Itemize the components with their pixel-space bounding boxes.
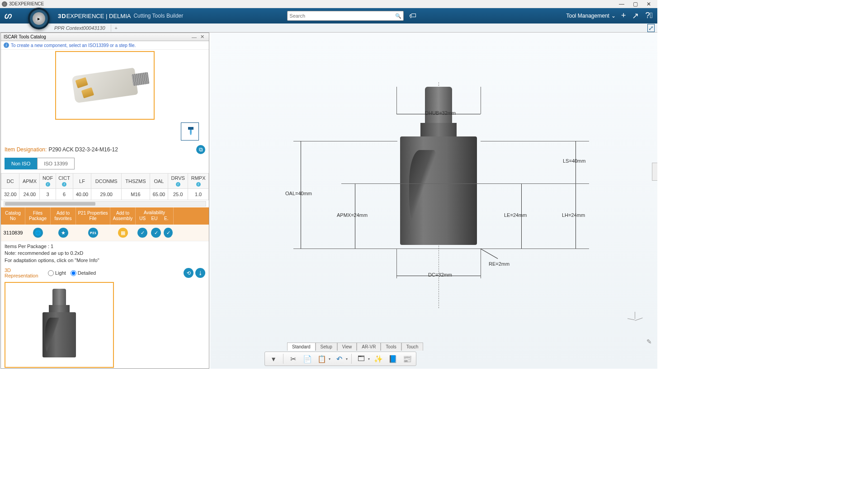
search-input[interactable] — [289, 13, 395, 19]
dim-dhub: DHUB=32mm — [425, 110, 456, 116]
panel-minimize[interactable]: — — [190, 34, 198, 40]
search-box[interactable]: 🔍 — [287, 11, 404, 21]
tool-catalog-icon[interactable]: 📘 — [387, 353, 399, 365]
info-icon: i — [4, 42, 9, 48]
panel-close[interactable]: ✕ — [198, 34, 206, 40]
toggle-iso13399[interactable]: ISO 13399 — [37, 158, 75, 169]
product-photo[interactable] — [55, 51, 155, 120]
share-icon[interactable]: ↗ — [632, 11, 639, 21]
download-icon[interactable]: ⧉ — [196, 145, 205, 154]
spec-header: DRVSi — [168, 174, 188, 189]
spec-value: 24.00 — [19, 189, 40, 200]
info-text: To create a new component, select an ISO… — [11, 43, 136, 48]
actions-header: Catalog No Files Package Add to favorite… — [1, 207, 209, 225]
note-text: Note: recommended ae up to 0.2xD — [5, 250, 205, 257]
spec-value: 40.00 — [73, 189, 91, 200]
panel-titlebar: ISCAR Tools Catalog — ✕ — [1, 33, 209, 41]
spec-value: 29.00 — [91, 189, 122, 200]
spec-header: LF — [73, 174, 91, 189]
p21-button[interactable]: P21 — [88, 228, 98, 238]
spec-header: DCONMS — [91, 174, 122, 189]
files-button[interactable]: 🌐 — [33, 228, 43, 238]
dim-oal: OAL=40mm — [285, 191, 312, 196]
avail-eu: ✓ — [151, 228, 161, 238]
spec-value: M16 — [122, 189, 150, 200]
compass-button[interactable]: ▸ — [28, 8, 50, 29]
catalog-no: 3110839 — [1, 227, 25, 239]
tool-properties-icon[interactable]: 🗔 — [355, 353, 367, 365]
coolant-button[interactable] — [181, 122, 199, 141]
maximize-button[interactable]: ▢ — [628, 1, 642, 7]
dim-re: RE=2mm — [489, 261, 509, 267]
cut-icon[interactable]: ✂ — [287, 353, 299, 365]
add-assembly-button[interactable]: ▦ — [118, 228, 128, 238]
representation-preview[interactable] — [5, 282, 114, 368]
app-ribbon: ഗ ▸ 3DEXPERIENCE | DELMIA Cutting Tools … — [0, 8, 657, 23]
app-title: 3DEXPERIENCE — [9, 1, 44, 6]
view-axis-gizmo[interactable] — [626, 310, 644, 328]
bottom-tab-touch[interactable]: Touch — [401, 343, 424, 351]
spec-value: 32.00 — [1, 189, 19, 200]
tab-add-button[interactable]: + — [111, 25, 121, 31]
rep-download-icon[interactable]: ⭳ — [195, 268, 205, 278]
tag-icon[interactable]: 🏷 — [409, 12, 416, 20]
bottom-tab-ar-vr[interactable]: AR-VR — [357, 343, 381, 351]
bottom-tab-view[interactable]: View — [337, 343, 357, 351]
add-icon[interactable]: + — [621, 11, 626, 21]
expand-icon[interactable]: ⤢ — [647, 24, 655, 32]
paste-icon[interactable]: 📋 — [316, 353, 328, 365]
ribbon-title: 3DEXPERIENCE | DELMIA Cutting Tools Buil… — [58, 13, 183, 19]
close-button[interactable]: ✕ — [642, 1, 656, 7]
undo-icon[interactable]: ↶ — [333, 353, 345, 365]
bottom-tab-setup[interactable]: Setup — [316, 343, 337, 351]
right-collapse-handle[interactable] — [652, 163, 657, 181]
spec-value: 6 — [56, 189, 73, 200]
spec-header: NOFi — [40, 174, 56, 189]
toggle-noniso[interactable]: Non ISO — [5, 158, 37, 169]
avail-us: ✓ — [137, 228, 147, 238]
representation-label: 3D Representation — [5, 267, 43, 278]
help-icon[interactable]: ?⃝ — [645, 11, 653, 21]
dim-le: LE=24mm — [504, 212, 527, 218]
spec-header: APMX — [19, 174, 40, 189]
dropdown-icon[interactable]: ▾ — [268, 353, 279, 365]
bottom-tabbar: StandardSetupViewAR-VRToolsTouch — [287, 343, 423, 351]
radio-light[interactable]: Light — [48, 270, 66, 276]
xml-icon[interactable]: 📰 — [401, 353, 413, 365]
spec-hscroll[interactable] — [4, 201, 206, 206]
spec-header: OAL — [150, 174, 168, 189]
favorite-button[interactable]: ★ — [58, 228, 68, 238]
radio-detailed[interactable]: Detailed — [71, 270, 96, 276]
bottom-toolbar: ▾ ✂ 📄 📋▾ ↶▾ 🗔▾ ✨ 📘 📰 — [264, 352, 416, 366]
ribbon-subtitle: Cutting Tools Builder — [133, 13, 183, 19]
spec-header: DC — [1, 174, 19, 189]
chevron-down-icon: ⌄ — [611, 13, 616, 19]
tab-ppr-context[interactable]: PPR Context00043130 — [49, 24, 111, 32]
spec-value: 25.0 — [168, 189, 188, 200]
spec-header: THSZMS — [122, 174, 150, 189]
tool-management-dropdown[interactable]: Tool Management⌄ — [566, 13, 616, 19]
dim-dc: DC=32mm — [428, 272, 452, 277]
bottom-tab-tools[interactable]: Tools — [381, 343, 401, 351]
ds-logo: ഗ — [4, 11, 11, 21]
dim-apmx: APMX=24mm — [337, 212, 368, 218]
os-titlebar: 3DEXPERIENCE — ▢ ✕ — [0, 0, 657, 8]
rep-refresh-icon[interactable]: ⟲ — [184, 268, 193, 278]
tool-wizard-icon[interactable]: ✨ — [373, 353, 384, 365]
3d-viewport[interactable]: DHUB=32mm OAL=40mm APMX=24mm LS=40mm LE=… — [210, 33, 657, 369]
search-icon[interactable]: 🔍 — [395, 13, 401, 19]
items-per-package: Items Per Package : 1 — [5, 243, 205, 250]
adaptation-text: For adaptation options, click on "More I… — [5, 257, 205, 264]
copy-icon[interactable]: 📄 — [302, 353, 313, 365]
app-icon — [2, 1, 7, 7]
document-tabbar: PPR Context00043130 + ⤢ — [0, 23, 657, 33]
bottom-tab-standard[interactable]: Standard — [287, 343, 316, 351]
spec-value: 1.0 — [188, 189, 209, 200]
actions-row: 3110839 🌐 ★ P21 ▦ ✓ ✓ ✓ — [1, 225, 209, 241]
spec-header: RMPXi — [188, 174, 209, 189]
item-designation-value: P290 ACK D32-3-24-M16-12 — [48, 146, 118, 153]
catalog-panel: ISCAR Tools Catalog — ✕ i To create a ne… — [0, 33, 209, 369]
minimize-button[interactable]: — — [615, 1, 628, 7]
edit-pencil-icon[interactable]: ✎ — [646, 338, 652, 345]
info-bar: i To create a new component, select an I… — [1, 41, 209, 50]
